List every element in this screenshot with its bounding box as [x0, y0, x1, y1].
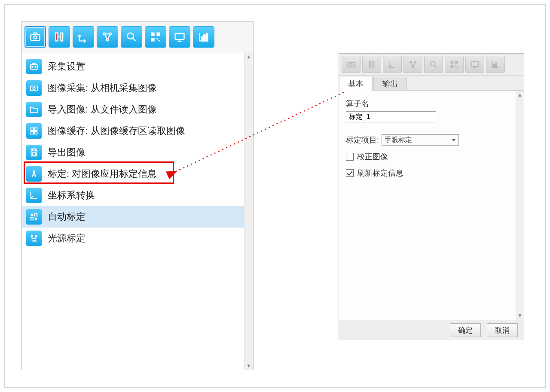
list-item-label: 自动标定 — [48, 210, 86, 223]
list-item[interactable]: 图像缓存: 从图像缓存区读取图像 — [22, 120, 253, 142]
svg-point-7 — [128, 33, 134, 39]
list-item-calibration[interactable]: 标定: 对图像应用标定信息 — [22, 163, 253, 185]
project-label: 标定项目: — [346, 135, 379, 145]
properties-panel: 基本 输出 算子名 标定项目: 手眼标定 校正图像 刷新标定信息 ▲ ▼ — [339, 53, 524, 339]
scroll-down-icon[interactable]: ▼ — [244, 362, 253, 370]
refresh-calib-checkbox[interactable] — [346, 169, 354, 177]
svg-rect-22 — [31, 128, 34, 131]
svg-rect-15 — [204, 35, 205, 41]
list-item-label: 光源标定 — [48, 232, 86, 245]
list-item-label: 导入图像: 从文件读入图像 — [48, 103, 157, 116]
rtb-display-icon[interactable] — [465, 56, 484, 73]
rtb-camera-icon[interactable] — [342, 56, 361, 73]
light-icon: Calib — [26, 231, 42, 246]
tb-nodes-icon[interactable] — [97, 26, 118, 48]
svg-point-6 — [107, 39, 109, 41]
svg-point-34 — [35, 235, 37, 237]
svg-rect-38 — [370, 62, 371, 67]
svg-point-1 — [34, 36, 37, 39]
svg-rect-9 — [156, 33, 160, 36]
list-item[interactable]: 导出图像 — [22, 142, 253, 163]
list-item-label: 图像采集: 从相机采集图像 — [48, 82, 157, 94]
name-label: 算子名 — [346, 98, 517, 109]
tb-arrows-icon[interactable] — [73, 26, 94, 48]
rtb-search-icon[interactable] — [424, 56, 443, 73]
operator-list: 采集设置 图像采集: 从相机采集图像 导入图像: 从文件读入图像 图像缓存: 从… — [22, 52, 253, 370]
rtb-nodes-icon[interactable] — [403, 56, 422, 73]
tb-camera-icon[interactable] — [24, 26, 46, 48]
svg-rect-20 — [31, 86, 38, 91]
list-item[interactable]: 坐标系转换 — [22, 185, 253, 206]
save-icon — [26, 145, 42, 160]
svg-rect-29 — [31, 214, 34, 216]
tb-qr-icon[interactable] — [145, 26, 166, 48]
tb-search-icon[interactable] — [121, 26, 142, 48]
svg-rect-12 — [159, 40, 160, 42]
chevron-down-icon — [452, 139, 456, 141]
list-item-label: 标定: 对图像应用标定信息 — [48, 167, 157, 180]
scrollbar[interactable]: ▲ ▼ — [244, 52, 253, 370]
operator-list-panel: 采集设置 图像采集: 从相机采集图像 导入图像: 从文件读入图像 图像缓存: 从… — [21, 21, 254, 370]
scroll-down-icon[interactable]: ▼ — [516, 311, 524, 320]
svg-rect-13 — [175, 33, 184, 40]
tab-label: 输出 — [382, 79, 398, 89]
svg-point-21 — [33, 87, 35, 90]
svg-rect-8 — [151, 33, 155, 36]
rtb-gauge-icon[interactable] — [362, 56, 381, 73]
svg-rect-36 — [348, 62, 355, 67]
scroll-up-icon[interactable]: ▲ — [244, 52, 253, 61]
list-item-label: 采集设置 — [48, 60, 86, 73]
list-item[interactable]: 采集设置 — [22, 56, 253, 77]
checkbox-label: 校正图像 — [357, 152, 388, 162]
svg-rect-44 — [451, 61, 453, 64]
settings-icon — [26, 59, 42, 74]
tb-display-icon[interactable] — [169, 26, 190, 48]
svg-rect-47 — [455, 65, 456, 67]
tab-bar: 基本 输出 — [339, 76, 524, 91]
list-item-auto-calib[interactable]: 自动标定 — [22, 206, 253, 228]
rtb-qr-icon[interactable] — [445, 56, 464, 73]
camera-icon — [26, 80, 42, 96]
operator-name-input[interactable] — [346, 111, 436, 122]
list-item[interactable]: Calib 光源标定 — [22, 228, 253, 249]
tab-basic[interactable]: 基本 — [339, 77, 373, 91]
svg-rect-50 — [493, 64, 495, 67]
tb-gauge-icon[interactable] — [49, 26, 70, 48]
svg-point-33 — [31, 235, 33, 237]
svg-rect-46 — [451, 65, 453, 68]
button-label: 取消 — [495, 325, 510, 335]
svg-rect-23 — [34, 128, 37, 131]
list-item-label: 导出图像 — [48, 146, 86, 159]
ok-button[interactable]: 确定 — [450, 323, 481, 337]
svg-point-37 — [350, 64, 352, 66]
auto-icon — [26, 209, 42, 225]
svg-text:Calib: Calib — [32, 240, 37, 242]
tab-label: 基本 — [348, 79, 364, 89]
tb-chart-icon[interactable] — [193, 26, 214, 48]
form-area: 算子名 标定项目: 手眼标定 校正图像 刷新标定信息 ▲ ▼ — [339, 91, 524, 320]
svg-rect-49 — [471, 62, 479, 67]
tab-output[interactable]: 输出 — [373, 77, 407, 90]
list-item-label: 坐标系转换 — [48, 189, 95, 202]
scrollbar[interactable]: ▲ ▼ — [516, 91, 524, 320]
list-item-label: 图像缓存: 从图像缓存区读取图像 — [48, 125, 185, 137]
svg-rect-39 — [373, 62, 374, 67]
svg-rect-48 — [457, 67, 458, 68]
calibration-project-dropdown[interactable]: 手眼标定 — [382, 134, 459, 146]
axis-icon — [26, 188, 42, 203]
correct-image-checkbox[interactable] — [346, 153, 354, 161]
scroll-up-icon[interactable]: ▲ — [516, 91, 524, 99]
button-label: 确定 — [458, 325, 473, 335]
cancel-button[interactable]: 取消 — [487, 323, 518, 337]
rtb-axis-icon[interactable] — [383, 56, 402, 73]
list-item[interactable]: 图像采集: 从相机采集图像 — [22, 77, 253, 99]
rtb-chart-icon[interactable] — [486, 56, 505, 73]
list-item[interactable]: 导入图像: 从文件读入图像 — [22, 99, 253, 120]
svg-rect-27 — [32, 153, 35, 155]
right-toolbar — [339, 54, 524, 76]
svg-rect-14 — [201, 37, 203, 41]
svg-rect-30 — [35, 214, 37, 216]
svg-rect-3 — [61, 33, 63, 41]
svg-rect-16 — [206, 33, 208, 41]
svg-rect-2 — [56, 33, 58, 41]
